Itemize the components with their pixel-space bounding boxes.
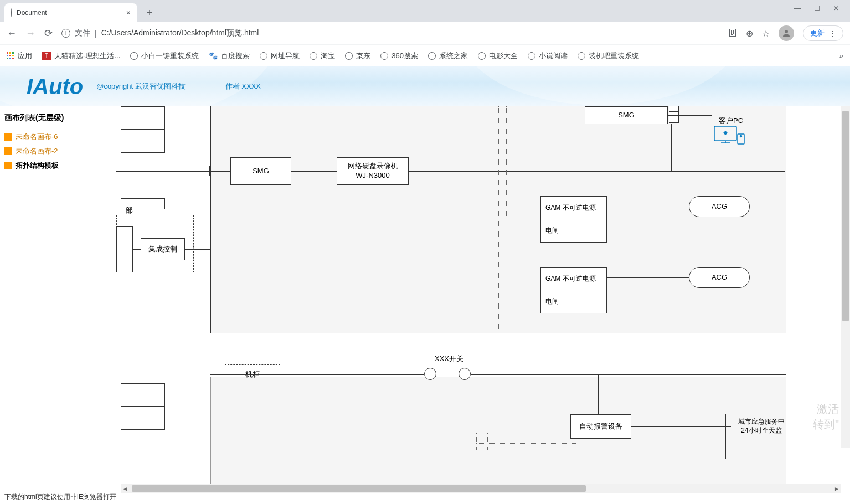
watermark: 激活 转到" [813,401,839,432]
logo: IAuto [27,74,83,99]
sidebar: 画布列表(无层级) 未命名画布-6 未命名画布-2 拓扑结构模板 [0,106,116,487]
bookmark-system[interactable]: 系统之家 [428,51,468,61]
addr-scheme: 文件 [75,28,90,38]
switch-circle-1 [424,368,436,380]
globe-icon [11,9,12,17]
minimize-icon[interactable]: — [794,4,801,12]
bg-box-bottom [210,377,786,487]
window-controls: — ☐ ✕ [783,0,850,12]
pc-icon [713,125,745,150]
star-icon[interactable]: ☆ [762,28,770,39]
bookmark-novel[interactable]: 小说阅读 [528,51,568,61]
maximize-icon[interactable]: ☐ [814,4,820,12]
address-bar: ← → ⟳ i 文件 | C:/Users/Administrator/Desk… [0,22,850,44]
bookmark-tmall[interactable]: T天猫精选-理想生活... [42,51,120,61]
doc-icon [4,133,12,141]
new-tab-button[interactable]: + [142,5,157,20]
node-emergency: 城市应急服务中 24小时全天监 [731,415,792,437]
bookmark-360[interactable]: 360搜索 [380,51,418,61]
node-alarm: 自动报警设备 [570,414,631,439]
author: 作者 XXXX [225,81,261,91]
reload-button[interactable]: ⟳ [44,27,53,39]
update-button[interactable]: 更新⋮ [803,25,843,41]
forward-button[interactable]: → [25,28,35,39]
doc-icon [4,147,12,155]
back-button[interactable]: ← [7,28,17,39]
bookmark-movie[interactable]: 电影大全 [478,51,518,61]
bookmark-baidu[interactable]: 🐾百度搜索 [209,51,250,61]
diagram-canvas[interactable]: 部 集成控制 SMG 网络硬盘录像机 WJ-N3000 SMG 客户PC [116,106,850,487]
bookmark-taobao[interactable]: 淘宝 [310,51,335,61]
node-acg-1: ACG [689,196,750,217]
addr-path: C:/Users/Administrator/Desktop/html预览.ht… [101,28,259,38]
gam-block-2: GAM 不可逆电源 电闸 [540,267,607,313]
node-smg-right: SMG [585,106,668,124]
bu-label: 部 [121,204,137,218]
svg-point-0 [785,30,788,33]
horizontal-scrollbar[interactable]: ◄ ► [121,484,841,493]
bookmark-jd[interactable]: 京东 [345,51,370,61]
gam-block-1: GAM 不可逆电源 电闸 [540,196,607,243]
vertical-scrollbar[interactable] [841,106,850,448]
scroll-left-icon[interactable]: ◄ [121,484,130,493]
avatar-icon[interactable] [779,25,794,41]
close-window-icon[interactable]: ✕ [833,4,839,12]
page-header: IAuto @copyright 武汉智优图科技 作者 XXXX [0,66,850,106]
sidebar-item-canvas2[interactable]: 未命名画布-2 [4,144,112,158]
bookmark-xiaobai[interactable]: 小白一键重装系统 [130,51,199,61]
tab-bar: Document × + — ☐ ✕ [0,0,850,22]
browser-chrome: Document × + — ☐ ✕ ← → ⟳ i 文件 | C:/Users… [0,0,850,66]
copyright: @copyright 武汉智优图科技 [96,81,186,91]
doc-icon [4,162,12,169]
switch-circle-2 [459,368,471,380]
close-icon[interactable]: × [126,8,131,17]
sidebar-item-canvas6[interactable]: 未命名画布-6 [4,130,112,144]
tab-title: Document [17,9,47,17]
address-field[interactable]: i 文件 | C:/Users/Administrator/Desktop/ht… [61,28,719,38]
sidebar-title: 画布列表(无层级) [4,113,112,123]
node-acg-2: ACG [689,267,750,288]
left-stack-1 [121,106,165,153]
footer-text: 下载的html页建议使用非IE浏览器打开 [4,492,116,502]
switch-label: XXX开关 [424,352,474,366]
bookmark-install[interactable]: 装机吧重装系统 [578,51,639,61]
bookmarks-bar: 应用 T天猫精选-理想生活... 小白一键重装系统 🐾百度搜索 网址导航 淘宝 … [0,44,850,66]
sidebar-item-topology[interactable]: 拓扑结构模板 [4,158,112,173]
bottom-left-stack [121,383,165,430]
page-content: IAuto @copyright 武汉智优图科技 作者 XXXX 画布列表(无层… [0,66,850,504]
browser-tab[interactable]: Document × [4,3,137,22]
bookmark-nav[interactable]: 网址导航 [260,51,300,61]
scroll-right-icon[interactable]: ► [832,484,841,493]
node-nvr: 网络硬盘录像机 WJ-N3000 [337,157,409,185]
apps-button[interactable]: 应用 [7,51,32,61]
bookmarks-more-icon[interactable]: » [839,52,843,60]
node-integrated: 集成控制 [141,238,185,260]
smg-right-stack [669,106,679,123]
left-stack-3 [116,226,133,272]
info-icon[interactable]: i [61,29,70,38]
svg-point-3 [740,136,742,137]
translate-icon[interactable]: 🈂 [728,28,737,38]
zoom-icon[interactable]: ⊕ [746,28,753,39]
node-smg-left: SMG [230,157,291,185]
